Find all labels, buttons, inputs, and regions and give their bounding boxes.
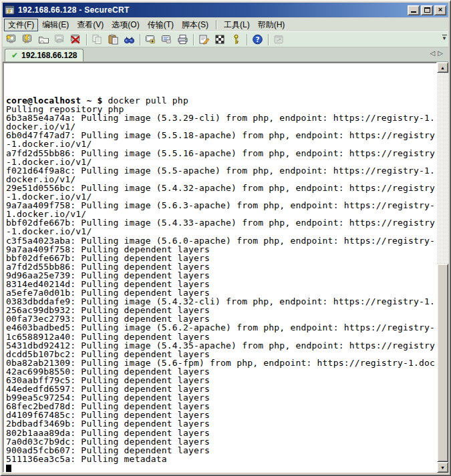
svg-text:?: ? <box>255 35 259 43</box>
terminal-line: 7a0d03c7b9dc: Pulling dependent layers <box>6 437 436 446</box>
menu-item[interactable]: 帮助(H) <box>254 19 289 31</box>
scroll-up-button[interactable]: ▲ <box>437 62 448 73</box>
disconnect-icon <box>70 34 82 45</box>
terminal-line: bbf02dfe667b: Pulling dependent layers <box>6 254 436 262</box>
toolbar-separator <box>86 34 87 45</box>
terminal-line: 2bdbadf3469b: Pulling dependent layers <box>6 419 436 428</box>
scrollbar-track[interactable] <box>437 73 448 462</box>
close-button[interactable]: × <box>434 5 446 15</box>
menu-bar: 文件(F)编辑(E)查看(V)选项(O)传输(T)脚本(S)工具(L)帮助(H) <box>3 18 448 31</box>
terminal-line: a7fd2d55bb86: Pulling dependent layers <box>6 262 436 271</box>
terminal-cursor-line <box>6 463 436 472</box>
arrow-down-icon: ▼ <box>440 465 445 470</box>
terminal-line: c3f5a4023aba: Pulling image (5.6.0-apach… <box>6 236 436 245</box>
terminal-line: 802b1aaa89da: Pulling dependent layers <box>6 429 436 437</box>
terminal-blank-space <box>6 64 436 96</box>
toolbar: ?▼ <box>3 31 448 47</box>
menu-item[interactable]: 编辑(E) <box>38 19 73 31</box>
terminal-line: 5431dbd92412: Pulling image (5.4.35-apac… <box>6 341 436 350</box>
key-agent-icon <box>231 34 242 45</box>
log-session-button[interactable] <box>143 33 158 47</box>
terminal-line: -1.docker.io/v1/ <box>6 158 436 166</box>
tab-strip: ✔ 192.168.66.128 ◁▷ <box>3 47 448 62</box>
vertical-scrollbar[interactable]: ▲ ▼ <box>437 62 448 473</box>
find-icon <box>124 34 135 45</box>
terminal-line: a7fd2d55bb86: Pulling image (5.5.16-apac… <box>6 149 436 158</box>
maximize-icon <box>424 7 430 13</box>
securecrt-window: 192.168.66.128 - SecureCRT × 文件(F)编辑(E)查… <box>0 0 451 476</box>
quick-connect-button[interactable] <box>4 33 19 47</box>
terminal-line: 900ad5fcb607: Pulling dependent layers <box>6 446 436 455</box>
toolbar-separator <box>247 34 247 45</box>
log-session-icon <box>145 34 156 45</box>
session-tab[interactable]: ✔ 192.168.66.128 <box>5 49 84 61</box>
window-title: 192.168.66.128 - SecureCRT <box>18 5 405 15</box>
quick-connect-icon <box>6 34 17 45</box>
securefx-icon <box>273 34 285 45</box>
tab-scroll-right-icon[interactable]: ▷ <box>438 49 446 57</box>
menu-item[interactable]: 脚本(S) <box>178 19 212 31</box>
terminal-line: dcdd5b107bc2: Pulling dependent layers <box>6 350 436 359</box>
print-icon <box>177 34 188 45</box>
reconnect-icon <box>54 34 65 45</box>
paste-icon <box>108 34 119 45</box>
copy-icon <box>92 34 103 45</box>
toolbar-separator <box>268 34 269 45</box>
title-bar[interactable]: 192.168.66.128 - SecureCRT × <box>3 3 448 17</box>
raw-log-icon <box>161 34 172 45</box>
connect-icon <box>22 34 33 45</box>
terminal-screen[interactable]: core@localhost ~ $ docker pull php Pulli… <box>3 62 437 473</box>
terminal-line: 9d96aa25e739: Pulling dependent layers <box>6 271 436 280</box>
reconnect-button <box>52 33 67 47</box>
menu-item[interactable]: 工具(L) <box>220 19 254 31</box>
maximize-button[interactable] <box>421 5 433 15</box>
terminal-line: docker.io/v1/ <box>6 175 436 184</box>
securefx-button <box>271 33 287 47</box>
close-icon: × <box>438 6 442 13</box>
terminal-line: 0ba82ab21309: Pulling image (5.6-fpm) fr… <box>6 359 436 367</box>
connect-in-tab-button[interactable] <box>36 33 51 47</box>
help-icon: ? <box>252 34 263 45</box>
session-options-icon <box>198 34 210 45</box>
chevron-down-icon: ▼ <box>442 35 447 41</box>
minimize-icon <box>411 8 416 13</box>
key-agent-button[interactable] <box>229 33 244 47</box>
terminal-line: e4603badbed5: Pulling image (5.6.2-apach… <box>6 323 436 332</box>
toolbar-separator <box>140 34 140 45</box>
terminal-line: -1.docker.io/v1/ <box>6 227 436 236</box>
raw-log-button[interactable] <box>159 33 174 47</box>
terminal-line: -1.docker.io/v1/ <box>6 140 436 148</box>
global-options-icon <box>214 34 226 45</box>
global-options-button[interactable] <box>212 33 228 47</box>
connect-button[interactable] <box>20 33 35 47</box>
disconnect-button[interactable] <box>68 33 84 47</box>
terminal-line: f021d64f9a8c: Pulling image (5.5-apache)… <box>6 166 436 175</box>
tab-scroll-left-icon[interactable]: ◁ <box>430 49 438 57</box>
menu-item[interactable]: 文件(F) <box>4 19 38 31</box>
terminal-cursor <box>6 465 11 473</box>
tab-scroll-arrows: ◁▷ <box>430 49 446 57</box>
minimize-button[interactable] <box>408 5 420 15</box>
toolbar-overflow-button[interactable]: ▼ <box>442 35 447 41</box>
terminal-area: core@localhost ~ $ docker pull php Pulli… <box>3 62 448 473</box>
copy-button <box>90 33 105 47</box>
menu-item[interactable]: 传输(T) <box>144 19 178 31</box>
arrow-up-icon: ▲ <box>440 65 445 70</box>
terminal-lines: Pulling repository php6b3a85e4a74a: Pull… <box>6 105 436 463</box>
print-button[interactable] <box>175 33 190 47</box>
menu-separator <box>216 20 216 29</box>
help-button[interactable]: ? <box>250 33 265 47</box>
connect-in-tab-icon <box>38 34 49 45</box>
scroll-down-button[interactable]: ▼ <box>437 462 448 473</box>
terminal-line: 1c6588912a40: Pulling dependent layers <box>6 332 436 341</box>
find-button[interactable] <box>122 33 137 47</box>
securecrt-app-icon <box>5 5 15 15</box>
session-options-button[interactable] <box>196 33 212 47</box>
menu-item[interactable]: 选项(O) <box>108 19 143 31</box>
paste-button[interactable] <box>106 33 121 47</box>
terminal-line: 511136ea3c5a: Pulling metadata <box>6 455 436 463</box>
connected-check-icon: ✔ <box>11 51 18 59</box>
menu-item[interactable]: 查看(V) <box>73 19 108 31</box>
terminal-line: 9a7aa409f758: Pulling dependent layers <box>6 245 436 254</box>
scrollbar-thumb[interactable] <box>437 264 448 462</box>
